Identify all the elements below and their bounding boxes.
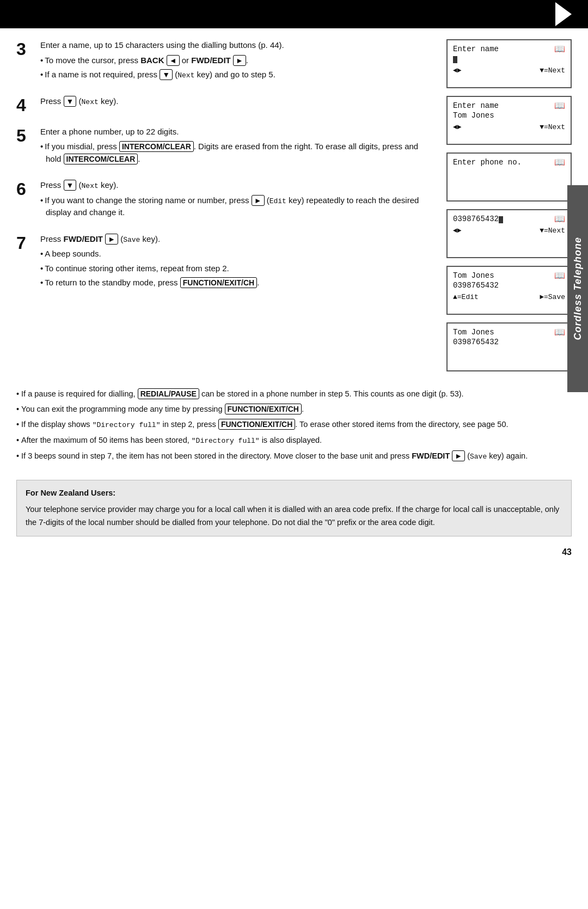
step-5-main: Enter a phone number, up to 22 digits. — [40, 126, 430, 138]
step-3-bullet-2: If a name is not required, press ▼ (Next… — [40, 69, 430, 81]
display-1-bottom: ◄► ▼=Next — [453, 66, 565, 75]
display-5-bottom: ▲=Edit ►=Save — [453, 293, 565, 301]
step-4-main: Press ▼ (Next key). — [40, 95, 430, 108]
note-3: If the display shows "Directory full" in… — [16, 418, 572, 431]
display-4-nav-left: ◄► — [453, 227, 462, 235]
nz-box-title: For New Zealand Users: — [26, 487, 562, 500]
cursor-1 — [453, 56, 457, 63]
step-3-number: 3 — [16, 40, 34, 58]
step-4-content: Press ▼ (Next key). — [40, 95, 430, 111]
step-7-bullet-2: To continue storing other items, repeat … — [40, 263, 430, 275]
displays-column: 📖 Enter name ◄► ▼=Next 📖 Enter name Tom … — [446, 39, 572, 371]
display-2: 📖 Enter name Tom Jones ◄► ▼=Next — [446, 96, 572, 145]
main-content: 3 Enter a name, up to 15 characters usin… — [0, 28, 588, 382]
step-6: 6 Press ▼ (Next key). If you want to cha… — [16, 179, 430, 221]
display-6-line1: Tom Jones — [453, 328, 565, 337]
display-6: 📖 Tom Jones 0398765432 — [446, 322, 572, 371]
step-7-number: 7 — [16, 234, 34, 252]
step-5: 5 Enter a phone number, up to 22 digits.… — [16, 126, 430, 168]
step-7-bullet-1: A beep sounds. — [40, 248, 430, 260]
step-4-number: 4 — [16, 96, 34, 114]
display-3-line1: Enter phone no. — [453, 158, 565, 167]
display-4: 📖 0398765432 ◄► ▼=Next — [446, 209, 572, 258]
step-3-main: Enter a name, up to 15 characters using … — [40, 39, 430, 52]
display-2-nav-left: ◄► — [453, 123, 462, 131]
display-2-nav-right: ▼=Next — [540, 123, 565, 131]
step-7-bullet-3: To return to the standby mode, press FUN… — [40, 277, 430, 289]
book-icon-2: 📖 — [554, 100, 565, 111]
display-5-nav-right: ►=Save — [540, 293, 565, 301]
step-3-bullet-1: To move the cursor, press BACK ◄ or FWD/… — [40, 54, 430, 67]
display-1-nav-right: ▼=Next — [540, 66, 565, 75]
nz-users-box: For New Zealand Users: Your telephone se… — [16, 480, 572, 536]
book-icon-1: 📖 — [554, 44, 565, 54]
top-bar — [0, 0, 588, 28]
step-7-content: Press FWD/EDIT ► (Save key). A beep soun… — [40, 233, 430, 291]
display-6-line2: 0398765432 — [453, 338, 565, 346]
display-1-line2 — [453, 54, 565, 63]
display-4-nav-right: ▼=Next — [540, 227, 565, 235]
display-5: 📖 Tom Jones 0398765432 ▲=Edit ►=Save — [446, 266, 572, 315]
step-3: 3 Enter a name, up to 15 characters usin… — [16, 39, 430, 83]
step-6-content: Press ▼ (Next key). If you want to chang… — [40, 179, 430, 221]
step-5-content: Enter a phone number, up to 22 digits. I… — [40, 126, 430, 168]
notes-section: If a pause is required for dialling, RED… — [0, 382, 588, 471]
next-arrow-icon — [555, 2, 572, 26]
step-6-bullet-1: If you want to change the storing name o… — [40, 194, 430, 219]
display-5-line1: Tom Jones — [453, 271, 565, 280]
step-7-main: Press FWD/EDIT ► (Save key). — [40, 233, 430, 246]
display-5-line2: 0398765432 — [453, 281, 565, 290]
step-3-content: Enter a name, up to 15 characters using … — [40, 39, 430, 83]
step-5-number: 5 — [16, 127, 34, 144]
step-6-main: Press ▼ (Next key). — [40, 179, 430, 192]
book-icon-4: 📖 — [554, 213, 565, 224]
book-icon-6: 📖 — [554, 327, 565, 338]
display-1-line1: Enter name — [453, 45, 565, 53]
note-1: If a pause is required for dialling, RED… — [16, 388, 572, 400]
note-4: After the maximum of 50 items has been s… — [16, 434, 572, 447]
display-1: 📖 Enter name ◄► ▼=Next — [446, 39, 572, 88]
nz-box-text: Your telephone service provider may char… — [26, 503, 562, 529]
section-tab-label: Cordless Telephone — [572, 237, 584, 340]
step-5-bullet-1: If you misdial, press INTERCOM/CLEAR. Di… — [40, 141, 430, 165]
book-icon-5: 📖 — [554, 270, 565, 281]
book-icon-3: 📖 — [554, 157, 565, 168]
section-tab: Cordless Telephone — [567, 185, 588, 392]
note-2: You can exit the programming mode any ti… — [16, 403, 572, 416]
instructions-column: 3 Enter a name, up to 15 characters usin… — [16, 39, 436, 371]
display-1-nav-left: ◄► — [453, 66, 462, 75]
step-7: 7 Press FWD/EDIT ► (Save key). A beep so… — [16, 233, 430, 291]
display-2-line1: Enter name — [453, 101, 565, 110]
display-2-bottom: ◄► ▼=Next — [453, 123, 565, 131]
display-3: 📖 Enter phone no. — [446, 152, 572, 202]
page-number: 43 — [0, 542, 588, 563]
display-4-bottom: ◄► ▼=Next — [453, 227, 565, 235]
cursor-4 — [499, 216, 503, 223]
display-2-line2: Tom Jones — [453, 111, 565, 120]
step-4: 4 Press ▼ (Next key). — [16, 95, 430, 114]
display-5-nav-left: ▲=Edit — [453, 293, 479, 301]
note-5: If 3 beeps sound in step 7, the item has… — [16, 450, 572, 463]
step-6-number: 6 — [16, 180, 34, 198]
display-4-line1: 0398765432 — [453, 215, 565, 223]
